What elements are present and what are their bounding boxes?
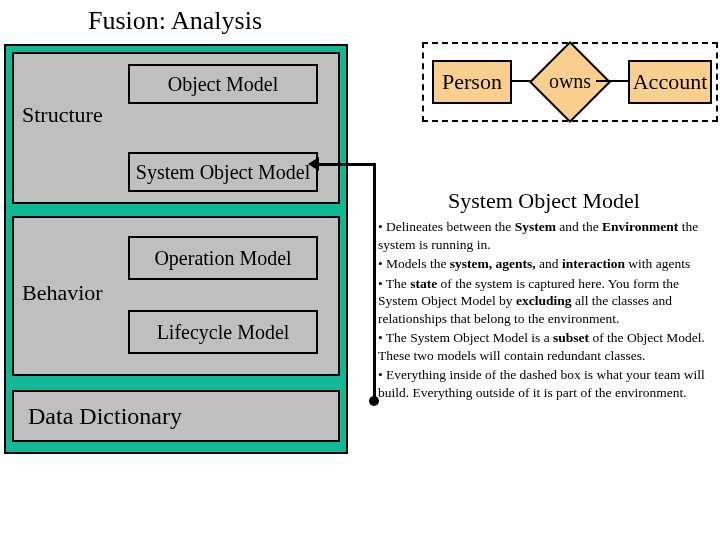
arrow-segment [316, 163, 376, 166]
connector-line [596, 80, 630, 82]
structure-section: Structure Object Model System Object Mod… [12, 52, 340, 204]
behavior-label: Behavior [22, 280, 103, 306]
bullet-item: • Everything inside of the dashed box is… [378, 366, 710, 401]
left-panel: Structure Object Model System Object Mod… [4, 44, 348, 454]
account-entity: Account [628, 60, 712, 104]
behavior-section: Behavior Operation Model Lifecycle Model [12, 216, 340, 376]
lifecycle-model-box: Lifecycle Model [128, 310, 318, 354]
arrow-head-icon [308, 157, 319, 171]
bullet-item: • Delineates between the System and the … [378, 218, 710, 253]
bullet-item: • Models the system, agents, and interac… [378, 255, 710, 273]
object-model-box: Object Model [128, 64, 318, 104]
person-entity: Person [432, 60, 512, 104]
operation-model-box: Operation Model [128, 236, 318, 280]
description-heading: System Object Model [448, 188, 640, 214]
system-object-model-box: System Object Model [128, 152, 318, 192]
owns-label: owns [541, 70, 599, 93]
structure-label: Structure [22, 102, 103, 128]
page-title: Fusion: Analysis [0, 0, 350, 40]
data-dictionary-box: Data Dictionary [12, 390, 340, 442]
bullet-item: • The state of the system is captured he… [378, 275, 710, 328]
bullet-item: • The System Object Model is a subset of… [378, 329, 710, 364]
description-body: • Delineates between the System and the … [378, 218, 710, 403]
arrow-segment [373, 163, 376, 401]
